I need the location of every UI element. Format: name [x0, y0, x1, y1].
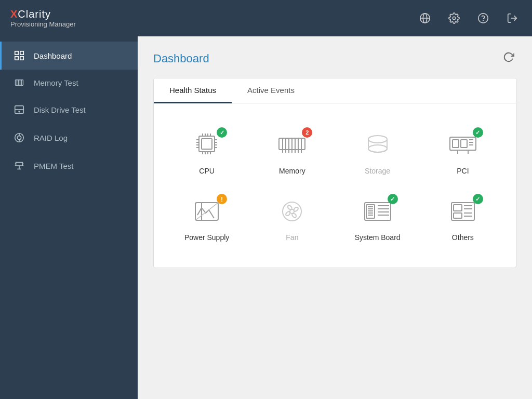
logout-icon[interactable]	[503, 9, 522, 28]
system-board-status-badge	[388, 194, 398, 204]
health-item-power-supply[interactable]: ! Power Supply	[164, 185, 249, 252]
fan-label: Fan	[286, 233, 298, 242]
health-item-cpu[interactable]: CPU	[164, 119, 249, 185]
sidebar-item-pmem-test[interactable]: PMEM Test	[0, 152, 138, 180]
refresh-button[interactable]	[501, 49, 516, 68]
svg-rect-11	[16, 80, 23, 86]
storage-icon-wrap	[360, 129, 396, 161]
svg-point-4	[478, 14, 488, 23]
brand-subtitle: Provisioning Manager	[10, 20, 416, 28]
svg-point-59	[368, 136, 387, 143]
svg-line-72	[195, 203, 218, 220]
health-item-pci[interactable]: PCI	[420, 119, 506, 185]
memory-status-badge: 2	[302, 127, 312, 138]
cpu-icon-wrap	[189, 129, 225, 161]
page-title: Dashboard	[153, 52, 209, 65]
svg-rect-62	[453, 140, 459, 148]
others-status-badge	[473, 194, 483, 204]
dashboard-icon	[12, 50, 26, 61]
header: XClarity Provisioning Manager	[0, 0, 532, 36]
settings-icon[interactable]	[445, 9, 463, 28]
tabs: Health Status Active Events	[154, 78, 516, 103]
system-board-icon-wrap	[360, 196, 396, 227]
others-label: Others	[452, 233, 474, 242]
main-layout: Dashboard Memory Test	[0, 36, 532, 399]
health-item-memory[interactable]: 2 Memory	[249, 119, 335, 185]
svg-rect-10	[15, 57, 18, 60]
health-item-fan[interactable]: Fan	[249, 185, 335, 252]
power-supply-label: Power Supply	[184, 233, 229, 242]
sidebar-label-disk-drive-test: Disk Drive Test	[34, 105, 86, 114]
svg-rect-8	[20, 51, 23, 55]
health-item-storage[interactable]: Storage	[335, 119, 420, 185]
brand: XClarity Provisioning Manager	[10, 8, 416, 28]
header-icons	[416, 9, 522, 28]
svg-point-3	[453, 17, 456, 20]
svg-point-73	[283, 202, 301, 221]
brand-highlight: X	[10, 8, 18, 20]
power-supply-status-badge: !	[217, 194, 227, 204]
health-grid: CPU	[154, 103, 516, 268]
cpu-status-badge	[217, 127, 227, 138]
dashboard-card: Health Status Active Events	[153, 78, 516, 268]
svg-point-18	[19, 111, 20, 112]
raid-log-icon	[12, 132, 26, 143]
sidebar-item-memory-test[interactable]: Memory Test	[0, 70, 138, 96]
sidebar-label-pmem-test: PMEM Test	[34, 162, 73, 170]
svg-rect-7	[15, 51, 18, 55]
memory-icon-wrap: 2	[274, 129, 310, 161]
memory-test-icon	[12, 78, 26, 87]
system-board-label: System Board	[355, 233, 401, 242]
others-icon-wrap	[445, 196, 481, 227]
svg-rect-9	[20, 57, 23, 60]
health-item-system-board[interactable]: System Board	[335, 185, 420, 252]
tab-active-events[interactable]: Active Events	[232, 78, 310, 103]
sidebar-label-dashboard: Dashboard	[34, 51, 72, 60]
pci-icon-wrap	[445, 129, 481, 161]
svg-point-20	[17, 136, 21, 139]
power-supply-icon-wrap: !	[189, 196, 225, 227]
svg-rect-87	[454, 205, 462, 211]
svg-point-60	[368, 145, 387, 152]
sidebar-item-disk-drive-test[interactable]: Disk Drive Test	[0, 96, 138, 124]
disk-drive-icon	[12, 104, 26, 115]
sidebar-item-dashboard[interactable]: Dashboard	[0, 42, 138, 70]
cpu-label: CPU	[199, 167, 215, 175]
sidebar-label-raid-log: RAID Log	[34, 134, 68, 142]
memory-label: Memory	[279, 167, 305, 175]
content-header: Dashboard	[153, 49, 516, 68]
svg-rect-27	[202, 139, 212, 149]
fan-icon-wrap	[274, 196, 310, 227]
sidebar-item-raid-log[interactable]: RAID Log	[0, 124, 138, 152]
health-item-others[interactable]: Others	[420, 185, 506, 252]
content-area: Dashboard Health Status Active Events	[138, 36, 532, 399]
globe-icon[interactable]	[416, 9, 434, 28]
svg-rect-61	[450, 137, 476, 150]
tab-health-status[interactable]: Health Status	[154, 78, 232, 103]
sidebar: Dashboard Memory Test	[0, 36, 138, 399]
storage-label: Storage	[365, 167, 390, 175]
brand-name: XClarity	[10, 8, 416, 20]
svg-rect-63	[461, 140, 467, 148]
svg-rect-88	[454, 213, 462, 218]
pci-status-badge	[473, 127, 483, 138]
help-icon[interactable]	[474, 9, 493, 28]
pci-label: PCI	[457, 167, 469, 175]
sidebar-label-memory-test: Memory Test	[34, 78, 78, 87]
pmem-test-icon	[12, 160, 26, 171]
